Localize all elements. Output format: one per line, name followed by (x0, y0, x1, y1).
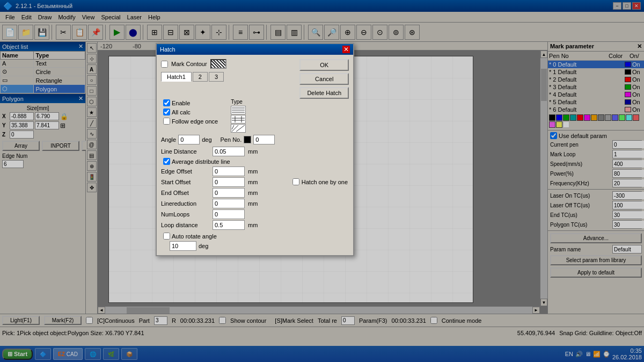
angle-label: Angle (161, 136, 176, 143)
loop-dist-input[interactable] (213, 220, 245, 230)
mark-contour-checkbox[interactable] (161, 61, 168, 68)
avg-dist-row: Average distribute line (161, 157, 349, 165)
hatch-dialog-title: Hatch ✕ (157, 44, 353, 55)
end-offset-input[interactable] (213, 188, 245, 198)
hatch-tab-1[interactable]: Hatch1 (161, 72, 192, 82)
hatch-tab-2[interactable]: 2 (193, 72, 208, 82)
angle-unit: deg (202, 136, 211, 143)
hatch-dialog-body: Mark Contour Hatch1 2 3 OK Cancel Delete… (157, 55, 353, 255)
pen-color-indicator (244, 136, 251, 143)
auto-rotate-check-row: Auto rotate angle (161, 232, 349, 240)
hatch-type-3[interactable] (231, 124, 246, 133)
hatch-type-2[interactable] (231, 115, 246, 124)
type-label: Type (231, 99, 243, 105)
ok-button[interactable]: OK (299, 59, 349, 71)
edge-offset-row: Edge Offset mm (161, 166, 349, 176)
enable-checkbox[interactable] (163, 99, 170, 106)
follow-edge-checkbox[interactable] (163, 118, 170, 125)
hatch-type-1[interactable] (231, 106, 246, 114)
dialog-buttons: OK Cancel Delete Hatch (299, 59, 349, 99)
hatch-tab-3[interactable]: 3 (209, 72, 224, 82)
avg-dist-checkbox[interactable] (163, 158, 170, 165)
dialog-overlay: Hatch ✕ Mark Contour Hatch1 2 (0, 0, 644, 362)
hatch-tabs: Hatch1 2 3 (161, 72, 226, 82)
angle-input[interactable] (178, 135, 200, 144)
pen-no-dialog-label: Pen No. (221, 136, 242, 143)
all-calc-checkbox[interactable] (163, 108, 170, 115)
line-dist-row: Line Distance mm (161, 147, 349, 156)
enable-row: Enable (161, 99, 220, 107)
line-dist-unit: mm (248, 148, 258, 155)
mark-contour-row: Mark Contour (161, 59, 226, 69)
mark-contour-label: Mark Contour (171, 61, 207, 67)
hatch-pattern-icon (210, 59, 226, 69)
pen-no-dialog-input[interactable] (253, 135, 275, 144)
auto-rotate-checkbox[interactable] (163, 233, 170, 240)
numloops-input[interactable] (213, 209, 245, 219)
all-calc-row: All calc (161, 108, 220, 116)
hatch-dialog-close[interactable]: ✕ (342, 46, 350, 53)
line-dist-label: Line Distance (161, 148, 209, 155)
line-dist-input[interactable] (213, 147, 245, 156)
svg-line-18 (232, 125, 234, 129)
offset-section: Edge Offset mm Start Offset mm End Offse… (161, 166, 349, 230)
hatch-one-checkbox[interactable] (292, 178, 299, 185)
linereduction-row: Linereduction mm (161, 199, 349, 208)
delete-hatch-button[interactable]: Delete Hatch (299, 87, 349, 99)
hatch-dialog: Hatch ✕ Mark Contour Hatch1 2 (156, 43, 354, 256)
hatch-type-icons (231, 106, 246, 133)
angle-pen-row: Angle deg Pen No. (161, 135, 349, 144)
hatch-one-label: Hatch one by one (302, 179, 348, 185)
loop-dist-row: Loop distance mm (161, 220, 349, 230)
hatch-one-row: Hatch one by one (292, 178, 348, 185)
follow-edge-row: Follow edge once (161, 117, 220, 125)
auto-rotate-val-row: deg (170, 241, 349, 251)
linereduction-input[interactable] (213, 199, 245, 208)
cancel-button[interactable]: Cancel (299, 73, 349, 85)
auto-rotate-input[interactable] (170, 241, 196, 251)
edge-offset-input[interactable] (213, 166, 245, 176)
end-offset-row: End Offset mm (161, 188, 349, 198)
start-offset-input[interactable] (213, 177, 245, 187)
numloops-row: NumLoops (161, 209, 349, 219)
